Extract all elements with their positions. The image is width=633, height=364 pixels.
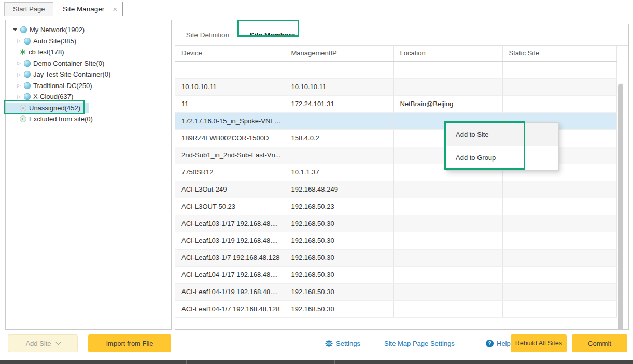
site-map-page-settings-label: Site Map Page Settings: [384, 340, 455, 347]
table-row[interactable]: 10.10.10.1110.10.10.11: [175, 78, 616, 95]
globe-icon: [24, 38, 31, 45]
gear-icon: [325, 340, 333, 347]
table-cell: [285, 112, 393, 129]
vertical-scrollbar[interactable]: [618, 83, 623, 329]
column-header-static-site[interactable]: Static Site: [502, 46, 616, 61]
table-cell: 172.17.16.0-15_in_Spoke-VNE...: [175, 112, 285, 129]
site-details-panel: Site Definition Site Members Device Mana…: [175, 24, 629, 330]
tree-item-auto-site[interactable]: Auto Site(385): [6, 36, 171, 47]
triangle-right-icon[interactable]: [17, 94, 22, 99]
settings-label: Settings: [336, 340, 360, 347]
column-header-location[interactable]: Location: [393, 46, 502, 61]
tree-item-label: Unassigned(452): [29, 104, 80, 112]
table-cell: [393, 78, 502, 95]
tree-item-excluded-from-site[interactable]: Excluded from site(0): [6, 113, 171, 125]
site-detail-tab-bar: Site Definition Site Members: [175, 24, 305, 45]
table-row[interactable]: ACI-Leaf104-1/19 192.168.48....192.168.5…: [175, 283, 616, 300]
settings-link[interactable]: Settings: [325, 334, 360, 352]
table-cell: 192.168.50.30: [285, 215, 393, 232]
site-manager-window: Start Page Site Manager My Network(1902)…: [0, 0, 633, 364]
table-cell: [502, 283, 616, 300]
triangle-right-icon[interactable]: [17, 61, 22, 66]
table-cell: [393, 249, 502, 266]
table-cell: [393, 215, 502, 232]
table-cell: 158.4.0.2: [285, 129, 393, 147]
close-icon[interactable]: [112, 5, 117, 13]
tab-site-members[interactable]: Site Members: [240, 24, 305, 45]
tab-site-manager-label: Site Manager: [63, 5, 104, 13]
table-row[interactable]: 11172.24.101.31NetBrain@Beijing: [175, 95, 616, 112]
site-tree-panel: My Network(1902) Auto Site(385) cb test(…: [5, 20, 172, 330]
table-cell: ACI-L3Out-249: [175, 181, 285, 198]
triangle-right-icon[interactable]: [17, 72, 22, 77]
table-cell: 192.168.50.30: [285, 249, 393, 266]
tree-item-my-network[interactable]: My Network(1902): [6, 24, 171, 36]
table-header-row: Device ManagementIP Location Static Site: [175, 46, 616, 61]
tree-item-label: Jay Test Site Container(0): [33, 70, 110, 78]
window-edge-divider: [334, 360, 335, 364]
globe-icon: [24, 93, 31, 100]
table-row[interactable]: ACI-Leaf103-1/17 192.168.48....192.168.5…: [175, 215, 616, 232]
triangle-right-icon[interactable]: [17, 38, 22, 43]
globe-icon: [20, 26, 27, 33]
tab-site-definition[interactable]: Site Definition: [175, 24, 240, 45]
help-label: Help: [497, 340, 511, 347]
letter-e-badge-icon: [20, 115, 26, 122]
menu-item-add-to-site[interactable]: Add to Site: [446, 123, 558, 146]
table-cell: [502, 266, 616, 283]
rebuild-all-sites-button[interactable]: Rebuild All Sites: [511, 334, 567, 352]
tree-item-label: My Network(1902): [30, 26, 85, 34]
tree-item-x-cloud[interactable]: X-Cloud(637): [6, 91, 171, 103]
table-cell: NetBrain@Beijing: [393, 95, 502, 112]
window-edge-divider: [186, 360, 187, 364]
table-row[interactable]: [175, 61, 616, 78]
table-row[interactable]: ACI-L3OUT-50.23192.168.50.23: [175, 198, 616, 215]
table-cell: 192.168.50.30: [285, 232, 393, 249]
help-link[interactable]: Help: [486, 334, 511, 352]
table-row[interactable]: ACI-Leaf103-1/19 192.168.48....192.168.5…: [175, 232, 616, 249]
site-map-page-settings-link[interactable]: Site Map Page Settings: [384, 334, 455, 352]
globe-icon: [24, 71, 31, 78]
triangle-right-icon[interactable]: [17, 83, 22, 88]
table-cell: 7750SR12: [175, 164, 285, 181]
table-cell: 2nd-Sub1_in_2nd-Sub-East-Vn...: [175, 147, 285, 164]
import-from-file-button[interactable]: Import from File: [88, 334, 171, 352]
column-header-device[interactable]: Device: [175, 46, 285, 61]
tab-start-page[interactable]: Start Page: [4, 2, 53, 16]
table-cell: [502, 215, 616, 232]
table-row[interactable]: ACI-Leaf104-1/7 192.168.48.128192.168.50…: [175, 300, 616, 317]
menu-item-add-to-group[interactable]: Add to Group: [446, 146, 558, 169]
table-cell: 189RZ4FWB002COR-1500D: [175, 129, 285, 147]
table-cell: 10.1.1.37: [285, 164, 393, 181]
tree-item-demo-container-site[interactable]: Demo Container SIte(0): [6, 58, 171, 69]
commit-button[interactable]: Commit: [572, 334, 627, 352]
table-cell: [502, 300, 616, 317]
triangle-down-icon[interactable]: [13, 28, 17, 31]
tree-item-cb-test[interactable]: cb test(178): [6, 47, 171, 58]
table-cell: [502, 61, 616, 78]
table-cell: [393, 61, 502, 78]
add-site-button[interactable]: Add Site: [8, 334, 78, 352]
import-from-file-label: Import from File: [106, 340, 153, 347]
table-cell: [285, 147, 393, 164]
table-cell: 192.168.48.249: [285, 181, 393, 198]
table-cell: 192.168.50.30: [285, 266, 393, 283]
tree-item-unassigned[interactable]: Unassigned(452): [6, 103, 89, 114]
table-cell: 10.10.10.11: [175, 78, 285, 95]
table-cell: [502, 181, 616, 198]
table-cell: ACI-Leaf104-1/19 192.168.48....: [175, 283, 285, 300]
table-row[interactable]: ACI-L3Out-249192.168.48.249: [175, 181, 616, 198]
column-header-managementip[interactable]: ManagementIP: [285, 46, 393, 61]
tree-item-traditional-dc[interactable]: Traditional-DC(250): [6, 80, 171, 92]
tab-site-manager[interactable]: Site Manager: [54, 2, 123, 16]
table-cell: [393, 283, 502, 300]
site-members-table-area: Device ManagementIP Location Static Site…: [175, 45, 628, 329]
table-row[interactable]: ACI-Leaf103-1/7 192.168.48.128192.168.50…: [175, 249, 616, 266]
table-row[interactable]: ACI-Leaf104-1/17 192.168.48....192.168.5…: [175, 266, 616, 283]
scrollbar-thumb[interactable]: [618, 84, 623, 329]
add-site-label: Add Site: [25, 340, 51, 347]
tree-item-jay-test-site-container[interactable]: Jay Test Site Container(0): [6, 69, 171, 80]
site-members-table: Device ManagementIP Location Static Site…: [175, 46, 617, 318]
table-cell: 192.168.50.23: [285, 198, 393, 215]
table-body: 10.10.10.1110.10.10.1111172.24.101.31Net…: [175, 61, 616, 317]
